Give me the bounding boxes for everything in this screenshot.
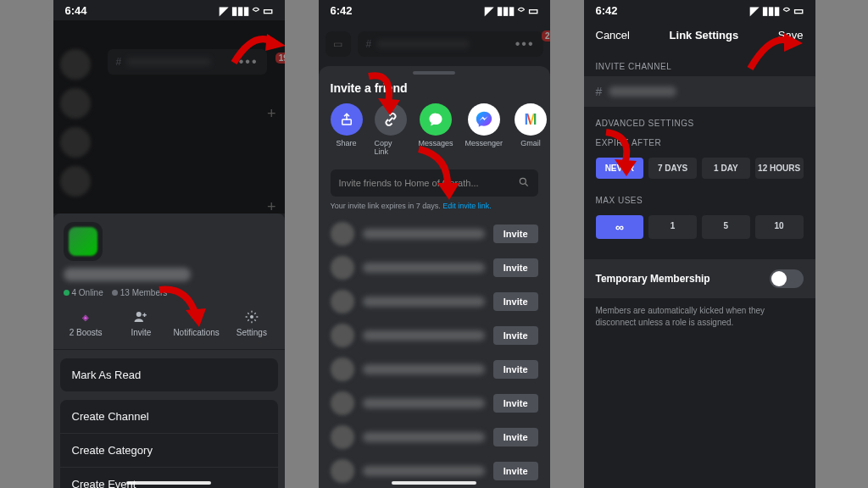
- share-label: Messages: [419, 139, 453, 147]
- invite-button[interactable]: Invite: [493, 360, 538, 379]
- expire-label: EXPIRE AFTER: [584, 133, 815, 152]
- action-label: 2 Boosts: [70, 328, 103, 337]
- server-icon[interactable]: [60, 127, 91, 158]
- battery-icon: ▭: [793, 4, 804, 17]
- expire-7days[interactable]: 7 DAYS: [648, 158, 697, 179]
- channel-pill[interactable]: # •••: [358, 31, 543, 57]
- more-icon[interactable]: •••: [239, 54, 259, 69]
- screenshot-2: 6:42 ◤ ▮▮▮ ⌔ ▭ ▭ # ••• 2 Invite a friend…: [319, 0, 550, 488]
- channel-name: [609, 86, 676, 97]
- max-uses-5[interactable]: 5: [702, 215, 750, 239]
- messages-icon: [420, 103, 452, 136]
- top-bar: ▭ # ••• 2: [319, 20, 550, 68]
- edit-invite-link[interactable]: Edit invite link.: [442, 202, 492, 210]
- friend-row: Invite: [319, 285, 550, 319]
- max-uses-1[interactable]: 1: [648, 215, 697, 239]
- server-icon[interactable]: [60, 166, 91, 197]
- server-avatar[interactable]: [64, 222, 103, 261]
- share-label: Share: [336, 139, 356, 147]
- status-time: 6:44: [65, 4, 87, 17]
- link-icon: [375, 103, 407, 136]
- server-background: # ••• 194 + +: [53, 20, 285, 214]
- cancel-button[interactable]: Cancel: [596, 29, 630, 42]
- expire-never[interactable]: NEVER: [596, 158, 644, 179]
- share-button[interactable]: Share: [331, 103, 363, 156]
- temp-membership-row[interactable]: Temporary Membership: [584, 259, 815, 298]
- invite-sheet: Invite a friend Share Copy Link Messages: [319, 66, 550, 488]
- signal-icon: ▮▮▮: [497, 4, 515, 17]
- more-icon[interactable]: •••: [515, 36, 535, 52]
- status-icons: ◤ ▮▮▮ ⌔ ▭: [220, 4, 273, 17]
- max-uses-label: MAX USES: [584, 184, 815, 210]
- server-icon[interactable]: [60, 49, 91, 80]
- copy-link-button[interactable]: Copy Link: [375, 103, 407, 156]
- home-indicator: [392, 481, 476, 485]
- boosts-button[interactable]: ◈ 2 Boosts: [60, 309, 111, 337]
- friend-row: Invite: [319, 319, 550, 352]
- wifi-icon: ⌔: [518, 4, 525, 17]
- share-label: Gmail: [520, 139, 541, 147]
- section-label: ADVANCED SETTINGS: [584, 107, 815, 133]
- expire-12hours[interactable]: 12 HOURS: [755, 158, 804, 179]
- location-icon: ◤: [485, 4, 493, 17]
- status-bar: 6:44 ◤ ▮▮▮ ⌔ ▭: [53, 0, 285, 20]
- invite-title: Invite a friend: [319, 75, 550, 103]
- action-label: Notifications: [173, 328, 219, 337]
- friend-row: Invite: [319, 217, 550, 251]
- status-icons: ◤ ▮▮▮ ⌔ ▭: [750, 4, 804, 17]
- invite-button[interactable]: Invite: [493, 292, 538, 311]
- max-uses-infinite[interactable]: ∞: [596, 215, 644, 239]
- messenger-button[interactable]: Messenger: [465, 103, 504, 156]
- save-button[interactable]: Save: [778, 29, 804, 42]
- messages-button[interactable]: Messages: [419, 103, 453, 156]
- search-placeholder: Invite friends to Home of Gorath...: [339, 178, 479, 188]
- friend-row: Invite: [319, 251, 550, 285]
- messenger-icon: [468, 103, 500, 136]
- invite-button[interactable]: Invite: [493, 428, 538, 446]
- friend-row: Invite: [319, 420, 550, 454]
- battery-icon: ▭: [528, 4, 538, 17]
- svg-point-1: [136, 312, 142, 317]
- svg-rect-4: [342, 119, 351, 125]
- settings-button[interactable]: Settings: [226, 309, 277, 337]
- invite-button[interactable]: Invite: [493, 258, 538, 277]
- status-time: 6:42: [331, 4, 353, 17]
- modal-header: Cancel Link Settings Save: [584, 20, 815, 50]
- gmail-button[interactable]: M Gmail: [515, 103, 547, 156]
- chat-icon[interactable]: ▭: [326, 31, 351, 57]
- server-status: 4 Online 13 Members: [64, 288, 275, 297]
- mark-as-read-item[interactable]: Mark As Read: [60, 358, 278, 391]
- max-uses-10[interactable]: 10: [755, 215, 804, 239]
- notifications-button[interactable]: Notifications: [171, 309, 222, 337]
- svg-point-5: [520, 178, 526, 184]
- action-label: Settings: [236, 328, 267, 337]
- invite-button[interactable]: Invite: [493, 225, 538, 243]
- invite-button[interactable]: Invite: [493, 462, 538, 480]
- add-icon[interactable]: +: [267, 105, 276, 123]
- expire-1day[interactable]: 1 DAY: [702, 158, 750, 179]
- create-event-item[interactable]: Create Event: [60, 468, 278, 488]
- toggle-switch[interactable]: [770, 269, 804, 288]
- channel-header[interactable]: # •••: [108, 49, 267, 75]
- create-category-item[interactable]: Create Category: [60, 434, 278, 468]
- signal-icon: ▮▮▮: [231, 4, 249, 17]
- screenshot-1: 6:44 ◤ ▮▮▮ ⌔ ▭ # ••• 194 + +: [53, 0, 285, 488]
- wifi-icon: ⌔: [253, 4, 259, 17]
- friend-row: Invite: [319, 352, 550, 386]
- hash-icon: #: [596, 85, 603, 98]
- create-channel-item[interactable]: Create Channel: [60, 400, 278, 434]
- temp-membership-desc: Members are automatically kicked when th…: [584, 298, 815, 336]
- invite-button[interactable]: Invite: [115, 309, 166, 337]
- friend-row: Invite: [319, 386, 550, 420]
- search-input[interactable]: Invite friends to Home of Gorath...: [331, 169, 538, 197]
- invite-button[interactable]: Invite: [493, 394, 538, 413]
- max-uses-segment: ∞ 1 5 10: [584, 210, 815, 244]
- status-icons: ◤ ▮▮▮ ⌔ ▭: [485, 4, 538, 17]
- invite-button[interactable]: Invite: [493, 326, 538, 345]
- share-icon: [331, 103, 363, 136]
- invite-channel-row[interactable]: #: [584, 76, 815, 107]
- server-icon[interactable]: [60, 88, 91, 119]
- page-title: Link Settings: [670, 29, 739, 42]
- section-label: INVITE CHANNEL: [584, 50, 815, 76]
- screenshot-3: 6:42 ◤ ▮▮▮ ⌔ ▭ Cancel Link Settings Save…: [584, 0, 815, 488]
